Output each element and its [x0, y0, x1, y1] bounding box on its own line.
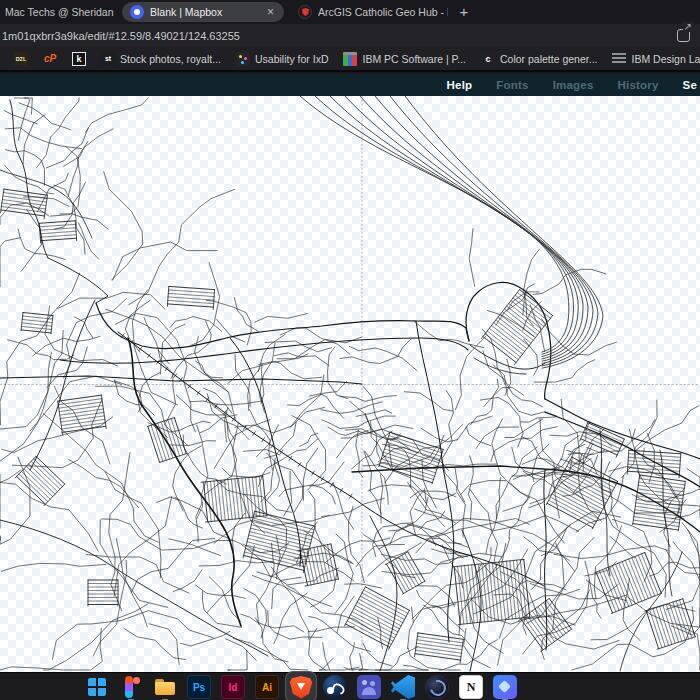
bookmark-label: IBM PC Software | P... [362, 53, 466, 65]
bookmark-label: Stock photos, royalt... [120, 53, 221, 65]
taskbar-figma[interactable] [119, 675, 143, 699]
browser-tab-strip: Mac Techs @ Sheridan :: Laser Fi Blank |… [0, 0, 700, 24]
cp-favicon: cP [43, 52, 57, 66]
folder-icon [153, 675, 177, 699]
windows-start-icon [88, 678, 106, 696]
vscode-icon [391, 675, 415, 699]
mapbox-favicon [130, 5, 144, 19]
toolbar-images[interactable]: Images [553, 79, 594, 91]
toolbar-fonts[interactable]: Fonts [496, 79, 528, 91]
tab-title: ArcGIS Catholic Geo Hub - Brave Sea [318, 6, 448, 18]
address-url[interactable]: 1m01qxbrr3a9ka/edit/#12.59/8.49021/124.6… [0, 30, 677, 42]
taskbar-photoshop[interactable]: Ps [187, 675, 211, 699]
brave-icon [289, 675, 313, 699]
bookmark-usability-ixd[interactable]: Usability for IxD [236, 52, 329, 66]
tab-blank-mapbox[interactable]: Blank | Mapbox × [122, 2, 284, 22]
mapbox-studio-toolbar: Help Fonts Images History Se [0, 74, 700, 96]
dzl-favicon: DZL [14, 52, 28, 66]
sparkle-favicon [236, 52, 250, 66]
bookmark-cp[interactable]: cP [43, 52, 57, 66]
taskbar-indesign[interactable]: Id [221, 675, 245, 699]
illustrator-icon: Ai [255, 675, 279, 699]
tab-title: Blank | Mapbox [150, 6, 259, 18]
desktop: Mac Techs @ Sheridan :: Laser Fi Blank |… [0, 0, 700, 700]
teams-icon [357, 675, 381, 699]
taskbar: Ps Id Ai N [0, 672, 700, 700]
indesign-icon: Id [221, 675, 245, 699]
photos-icon [493, 675, 517, 699]
taskbar-vscode[interactable] [391, 675, 415, 699]
address-bar: 1m01qxbrr3a9ka/edit/#12.59/8.49021/124.6… [0, 24, 700, 47]
taskbar-notion[interactable]: N [459, 675, 483, 699]
toolbar-history[interactable]: History [618, 79, 659, 91]
share-icon[interactable]: ↗ [677, 29, 690, 42]
taskbar-icon-strip: Ps Id Ai N [85, 675, 517, 699]
toolbar-settings-clipped[interactable]: Se [683, 79, 697, 91]
bookmark-ibm-pc-software[interactable]: IBM PC Software | P... [343, 52, 466, 66]
taskbar-file-explorer[interactable] [153, 675, 177, 699]
bookmark-ibm-design[interactable]: IBM Design Langua... [612, 52, 700, 65]
taskbar-steam[interactable] [323, 675, 347, 699]
bookmark-label: IBM Design Langua... [631, 53, 700, 65]
steam-icon [323, 675, 347, 699]
taskbar-cinema4d[interactable] [425, 675, 449, 699]
shutterstock-favicon: st [101, 52, 115, 66]
close-icon[interactable]: × [265, 5, 276, 19]
bookmark-dzl[interactable]: DZL [14, 52, 28, 66]
pixel-computer-favicon [343, 52, 357, 66]
bookmark-label: Color palette gener... [500, 53, 597, 65]
new-tab-button[interactable]: + [454, 2, 474, 22]
road-network-svg [0, 96, 700, 672]
notion-icon: N [459, 675, 483, 699]
bookmarks-bar: DZL cP k stStock photos, royalt... Usabi… [0, 47, 700, 72]
k-favicon: k [72, 52, 86, 66]
taskbar-photos[interactable] [493, 675, 517, 699]
share-arrow-glyph: ↗ [683, 22, 693, 32]
bookmark-k[interactable]: k [72, 52, 86, 66]
taskbar-illustrator[interactable]: Ai [255, 675, 279, 699]
bookmark-color-palette[interactable]: cColor palette gener... [481, 52, 597, 66]
figma-icon [119, 675, 143, 699]
brave-search-favicon [298, 5, 312, 19]
tab-arcgis-geo-hub[interactable]: ArcGIS Catholic Geo Hub - Brave Sea [294, 0, 452, 24]
taskbar-teams[interactable] [357, 675, 381, 699]
bookmark-stock-photos[interactable]: stStock photos, royalt... [101, 52, 221, 66]
cinema4d-icon [425, 675, 449, 699]
coolors-favicon: c [481, 52, 495, 66]
photoshop-icon: Ps [187, 675, 211, 699]
tab-title: Mac Techs @ Sheridan :: Laser Fi [5, 6, 116, 18]
toolbar-help[interactable]: Help [447, 79, 473, 91]
ibm-bars-favicon [612, 53, 626, 65]
bookmark-label: Usability for IxD [255, 53, 329, 65]
start-button[interactable] [85, 675, 109, 699]
taskbar-brave-active[interactable] [289, 675, 313, 699]
tab-mac-techs[interactable]: Mac Techs @ Sheridan :: Laser Fi [0, 0, 116, 24]
map-canvas[interactable] [0, 96, 700, 672]
